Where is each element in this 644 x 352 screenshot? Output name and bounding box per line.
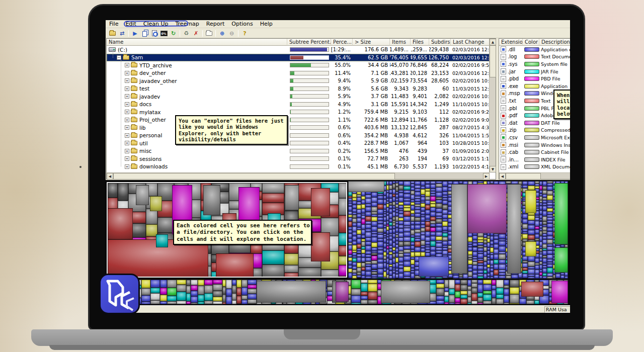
treemap-cell[interactable] bbox=[472, 265, 477, 270]
treemap-cell[interactable] bbox=[460, 280, 467, 285]
treemap-cell[interactable] bbox=[361, 296, 368, 300]
treemap-cell[interactable] bbox=[361, 276, 365, 279]
treemap-cell[interactable] bbox=[411, 210, 415, 214]
treemap-cell[interactable] bbox=[404, 249, 411, 253]
treemap-cell[interactable] bbox=[146, 209, 157, 224]
treemap-cell[interactable] bbox=[444, 280, 449, 288]
treemap-cell[interactable] bbox=[442, 237, 448, 241]
treemap-cell[interactable] bbox=[547, 268, 553, 273]
treemap-cell[interactable] bbox=[352, 194, 356, 197]
treemap-cell[interactable] bbox=[425, 184, 430, 188]
treemap-cell[interactable] bbox=[430, 217, 436, 221]
treemap-cell[interactable] bbox=[404, 241, 411, 245]
treemap-cell[interactable] bbox=[421, 252, 425, 256]
extension-row-jar[interactable]: .jarJAR File bbox=[499, 68, 570, 75]
file-row-ytd-archive[interactable]: +YTD_archive55.0%34.4 GB445,070376,84668… bbox=[107, 61, 490, 69]
treemap-cell[interactable] bbox=[204, 301, 213, 304]
treemap-cell[interactable] bbox=[348, 257, 352, 261]
treemap-cell[interactable] bbox=[442, 205, 448, 210]
treemap-cell[interactable] bbox=[411, 245, 415, 249]
treemap-cell[interactable] bbox=[352, 245, 356, 250]
treemap-cell[interactable] bbox=[468, 260, 473, 265]
treemap-cell[interactable] bbox=[236, 280, 242, 288]
treemap-cell[interactable] bbox=[547, 246, 553, 250]
treemap-cell[interactable] bbox=[398, 257, 404, 262]
treemap-cell[interactable] bbox=[510, 287, 520, 294]
treemap-cell[interactable] bbox=[477, 284, 483, 293]
treemap-cell[interactable] bbox=[371, 207, 377, 212]
scrollbar-thumb[interactable] bbox=[113, 173, 395, 180]
help-icon[interactable]: ? bbox=[240, 30, 249, 37]
treemap-cell[interactable] bbox=[449, 303, 455, 304]
treemap-cell[interactable] bbox=[351, 303, 361, 304]
treemap-cell[interactable] bbox=[496, 299, 504, 304]
treemap-cell[interactable] bbox=[468, 251, 473, 255]
treemap-cell[interactable] bbox=[348, 265, 352, 269]
treemap-cell[interactable] bbox=[377, 234, 383, 238]
treemap-cell[interactable] bbox=[499, 241, 506, 246]
scrollbar-thumb[interactable] bbox=[490, 45, 496, 77]
treemap-cell[interactable] bbox=[389, 271, 392, 276]
treemap-cell[interactable] bbox=[522, 224, 528, 229]
treemap-cell[interactable] bbox=[361, 280, 368, 283]
treemap-cell[interactable] bbox=[504, 280, 510, 285]
treemap-cell[interactable] bbox=[499, 246, 506, 251]
treemap-cell[interactable] bbox=[425, 191, 430, 196]
treemap-cell[interactable] bbox=[430, 277, 436, 279]
treemap-cell[interactable] bbox=[504, 295, 510, 303]
treemap-cell[interactable] bbox=[232, 285, 236, 293]
treemap-cell[interactable] bbox=[542, 258, 547, 263]
treemap-cell[interactable] bbox=[496, 294, 504, 299]
scroll-right-icon[interactable]: ▶ bbox=[483, 173, 490, 180]
treemap-cell[interactable] bbox=[404, 216, 411, 221]
treemap-cell[interactable] bbox=[404, 181, 411, 186]
treemap-cell[interactable] bbox=[551, 281, 568, 303]
treemap-cell[interactable] bbox=[348, 269, 352, 272]
treemap-cell[interactable] bbox=[352, 209, 356, 213]
treemap-cell[interactable] bbox=[398, 253, 404, 257]
treemap-cell[interactable] bbox=[284, 273, 298, 278]
treemap-cell[interactable] bbox=[348, 221, 352, 226]
file-row-personal[interactable]: +personal0.6%354.2 MB4,9384,61232611/04/… bbox=[107, 132, 490, 140]
zoom-in-icon[interactable]: ⊕ bbox=[218, 30, 226, 37]
treemap-cell[interactable] bbox=[404, 261, 411, 267]
treemap-cell[interactable] bbox=[547, 208, 553, 212]
treemap-cell[interactable] bbox=[477, 297, 483, 303]
treemap-cell[interactable] bbox=[389, 181, 392, 185]
treemap-cell[interactable] bbox=[522, 214, 528, 219]
treemap-cell[interactable] bbox=[522, 274, 528, 278]
treemap-cell[interactable] bbox=[371, 221, 377, 226]
treemap-cell[interactable] bbox=[213, 280, 222, 284]
treemap-cell[interactable] bbox=[351, 289, 361, 296]
extension-row-xml[interactable]: .xmlXML Document bbox=[499, 163, 570, 171]
treemap-cell[interactable] bbox=[348, 230, 352, 233]
treemap-cell[interactable] bbox=[156, 234, 168, 247]
treemap-cell[interactable] bbox=[522, 219, 528, 224]
treemap-cell[interactable] bbox=[484, 247, 488, 251]
treemap-cell[interactable] bbox=[467, 297, 471, 303]
treemap-cell[interactable] bbox=[436, 236, 442, 241]
treemap-cell[interactable] bbox=[351, 280, 361, 289]
treemap-cell[interactable] bbox=[248, 294, 257, 299]
treemap-cell[interactable] bbox=[371, 217, 377, 221]
treemap-cell[interactable] bbox=[494, 264, 499, 270]
treemap-cell[interactable] bbox=[404, 201, 411, 205]
treemap-cell[interactable] bbox=[421, 217, 425, 221]
treemap-cell[interactable] bbox=[186, 293, 191, 301]
treemap-cell[interactable] bbox=[555, 274, 560, 278]
treemap-cell[interactable] bbox=[471, 301, 477, 304]
treemap-cell[interactable] bbox=[542, 216, 547, 221]
treemap-cell[interactable] bbox=[542, 190, 547, 195]
treemap-cell[interactable] bbox=[389, 240, 392, 245]
treemap-cell[interactable] bbox=[425, 205, 430, 210]
treemap-cell[interactable] bbox=[198, 302, 204, 304]
treemap-cell[interactable] bbox=[365, 271, 372, 276]
expand-icon[interactable]: + bbox=[125, 141, 129, 145]
treemap-cell[interactable] bbox=[248, 289, 257, 294]
treemap-cell[interactable] bbox=[484, 251, 488, 256]
treemap-cell[interactable] bbox=[377, 269, 383, 274]
treemap-cell[interactable] bbox=[257, 281, 326, 303]
treemap-cell[interactable] bbox=[510, 294, 520, 303]
treemap-cell[interactable] bbox=[371, 197, 377, 202]
treemap-cell[interactable] bbox=[528, 225, 535, 230]
